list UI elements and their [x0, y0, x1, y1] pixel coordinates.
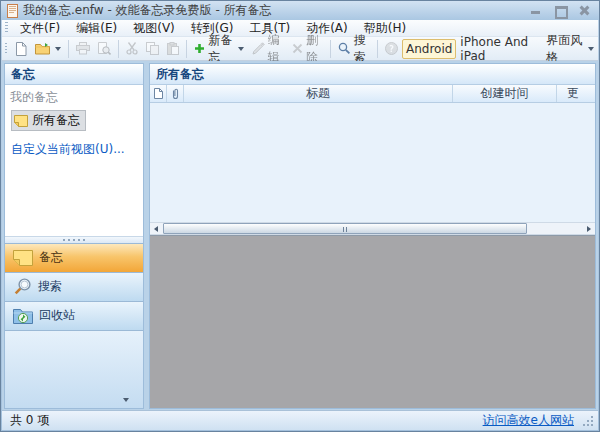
tree-group-my-memos: 我的备忘 — [5, 85, 143, 109]
nav-button-recycle-bin[interactable]: 回收站 — [5, 301, 143, 330]
doc-column-icon — [154, 88, 163, 99]
sidebar-splitter[interactable] — [5, 236, 143, 243]
new-memo-button[interactable]: 新备忘 — [190, 39, 247, 59]
delete-memo-button[interactable]: 删除 — [288, 39, 327, 59]
search-icon — [338, 42, 351, 55]
item-count-label: 共 0 项 — [6, 412, 49, 429]
paste-icon — [167, 42, 179, 55]
list-header-row: 标题 创建时间 更 — [150, 85, 595, 103]
ui-style-button[interactable]: 界面风格 — [542, 39, 598, 59]
delete-icon — [292, 43, 303, 54]
android-label: Android — [406, 42, 452, 56]
arrow-right-icon — [587, 226, 591, 232]
website-link[interactable]: 访问高效e人网站 — [483, 412, 574, 429]
menu-edit[interactable]: 编辑(E) — [68, 19, 125, 38]
content-area: 备忘 我的备忘 所有备忘 自定义当前视图(U)... 备忘 搜索 — [2, 61, 598, 411]
toolbar-grip — [5, 43, 7, 55]
iphone-ipad-button[interactable]: iPhone And iPad — [456, 39, 542, 59]
cut-button[interactable] — [122, 39, 142, 59]
new-doc-icon — [15, 42, 27, 56]
nav-button-label: 搜索 — [38, 278, 62, 295]
splitter-grip-icon — [63, 239, 85, 241]
window-title: 我的备忘.enfw - 效能备忘录免费版 - 所有备忘 — [23, 2, 272, 19]
open-file-button[interactable] — [31, 39, 65, 59]
arrow-left-icon — [154, 226, 158, 232]
toolbar: 新备忘 编辑 删除 搜索 ? Android iPhone And iPad 界… — [2, 37, 598, 61]
edit-icon — [252, 42, 265, 55]
tree-item-all-memos[interactable]: 所有备忘 — [11, 110, 86, 131]
memo-tree: 我的备忘 所有备忘 自定义当前视图(U)... — [5, 85, 143, 236]
attachment-column-icon — [171, 88, 180, 100]
cut-icon — [126, 42, 138, 55]
copy-icon — [146, 42, 159, 55]
toolbar-separator — [68, 40, 69, 58]
print-button[interactable] — [72, 39, 94, 59]
new-file-button[interactable] — [11, 39, 31, 59]
main-panel: 所有备忘 标题 创建时间 更 — [149, 63, 596, 409]
main-panel-header: 所有备忘 — [150, 64, 595, 85]
close-button[interactable] — [578, 5, 590, 16]
main-panel-title: 所有备忘 — [156, 66, 204, 83]
nav-options-arrow-icon — [123, 398, 129, 402]
column-header-created[interactable]: 创建时间 — [453, 85, 557, 102]
column-header-doc[interactable] — [150, 85, 167, 102]
nav-button-label: 回收站 — [39, 307, 75, 324]
maximize-button[interactable] — [554, 5, 566, 16]
column-header-attachment[interactable] — [167, 85, 184, 102]
print-preview-button[interactable] — [94, 39, 115, 59]
tree-item-label: 所有备忘 — [32, 112, 80, 129]
dropdown-arrow-icon — [588, 47, 594, 51]
nav-button-label: 备忘 — [39, 249, 63, 266]
search-button[interactable]: 搜索 — [334, 39, 374, 59]
title-bar: 我的备忘.enfw - 效能备忘录免费版 - 所有备忘 — [1, 1, 599, 20]
toolbar-separator — [118, 40, 119, 58]
plus-icon — [194, 43, 205, 54]
svg-text:?: ? — [389, 45, 394, 54]
column-header-title[interactable]: 标题 — [184, 85, 453, 102]
sidebar-panel-title: 备忘 — [11, 66, 35, 83]
note-icon — [14, 114, 28, 127]
scroll-right-button[interactable] — [583, 223, 595, 234]
scrollbar-thumb[interactable] — [163, 223, 527, 234]
column-header-updated[interactable]: 更 — [557, 85, 595, 102]
sidebar: 备忘 我的备忘 所有备忘 自定义当前视图(U)... 备忘 搜索 — [4, 63, 144, 409]
sidebar-panel-header: 备忘 — [5, 64, 143, 85]
app-icon — [6, 4, 19, 18]
nav-button-memos[interactable]: 备忘 — [5, 243, 143, 272]
open-icon — [35, 42, 50, 55]
dropdown-arrow-icon — [55, 47, 61, 51]
minimize-button[interactable] — [530, 5, 542, 16]
dropdown-arrow-icon — [238, 47, 244, 51]
customize-view-link[interactable]: 自定义当前视图(U)... — [11, 141, 143, 158]
toolbar-separator — [186, 40, 187, 58]
help-button[interactable]: ? — [381, 39, 402, 59]
memo-list-empty[interactable] — [150, 103, 595, 222]
search-icon — [13, 277, 32, 296]
nav-options-strip[interactable] — [5, 330, 143, 409]
toolbar-separator — [330, 40, 331, 58]
preview-pane — [150, 235, 595, 408]
status-bar: 共 0 项 访问高效e人网站 — [2, 410, 598, 430]
android-button[interactable]: Android — [402, 39, 456, 59]
iphone-ipad-label: iPhone And iPad — [460, 35, 538, 63]
toolbar-grip — [5, 22, 8, 34]
menu-file[interactable]: 文件(F) — [12, 19, 68, 38]
copy-button[interactable] — [142, 39, 163, 59]
recycle-icon — [13, 307, 33, 324]
print-preview-icon — [98, 42, 111, 56]
help-icon: ? — [385, 42, 398, 55]
menu-view[interactable]: 视图(V) — [125, 19, 183, 38]
paste-button[interactable] — [163, 39, 183, 59]
nav-button-search[interactable]: 搜索 — [5, 272, 143, 301]
app-window: 我的备忘.enfw - 效能备忘录免费版 - 所有备忘 文件(F) 编辑(E) … — [0, 0, 600, 432]
edit-memo-button[interactable]: 编辑 — [248, 39, 288, 59]
toolbar-separator — [377, 40, 378, 58]
resize-grip-icon[interactable] — [582, 415, 594, 427]
note-icon — [13, 249, 33, 267]
thumb-grip-icon — [343, 227, 348, 232]
print-icon — [76, 42, 90, 55]
scroll-left-button[interactable] — [150, 223, 162, 234]
horizontal-scrollbar[interactable] — [150, 222, 595, 235]
